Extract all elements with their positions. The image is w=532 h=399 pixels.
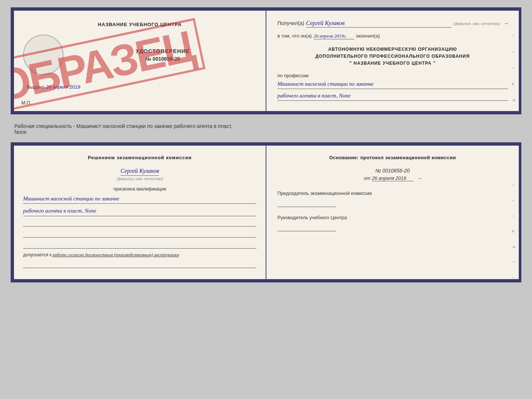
middle-text-block: Рабочая специальность - Машинист насосно…	[12, 120, 520, 136]
bottom-doc-left: Решением экзаменационной комиссии Сергей…	[14, 146, 266, 279]
bottom-document: Решением экзаменационной комиссии Сергей…	[13, 145, 520, 280]
mp-label: М.П.	[21, 100, 31, 106]
bchar3: –	[512, 213, 516, 218]
admitted-value: работе согласно должностным (производств…	[53, 252, 179, 257]
right-side-chars: – – – и ,а ← – – –	[512, 33, 516, 112]
bchar7: –	[512, 275, 516, 279]
recipient-row: Получил(а) Сергей Кулаков (фамилия, имя,…	[277, 20, 508, 28]
director-label: Руководитель учебного Центра	[277, 214, 508, 221]
stamp-area: УДОСТОВЕРЕНИЕ № 0010656-20	[23, 35, 256, 75]
bchar5: ,а	[512, 244, 516, 249]
recipient-name: Сергей Кулаков	[306, 20, 452, 28]
protocol-number: № 0010656-20	[277, 168, 508, 174]
blank-line-3	[23, 241, 256, 249]
profession-line1: Машинист насосной станции по закачке	[277, 80, 508, 89]
bottom-document-outer: Решением экзаменационной комиссии Сергей…	[11, 142, 521, 282]
date-suffix: окончил(а)	[356, 33, 380, 39]
middle-line1: Рабочая специальность - Машинист насосно…	[14, 123, 520, 129]
issued-date: 26 апреля 2019	[46, 84, 80, 90]
decision-title: Решением экзаменационной комиссии	[23, 155, 256, 160]
qualification-line1: Машинист насосной станции по закачке	[23, 195, 256, 204]
org-line2: ДОПОЛНИТЕЛЬНОГО ПРОФЕССИОНАЛЬНОГО ОБРАЗО…	[277, 53, 508, 60]
top-doc-left: НАЗВАНИЕ УЧЕБНОГО ЦЕНТРА УДОСТОВЕРЕНИЕ №…	[14, 11, 266, 111]
date-row: в том, что он(а) 26 апреля 2019г. окончи…	[277, 33, 508, 39]
char1: –	[512, 33, 516, 37]
top-document: НАЗВАНИЕ УЧЕБНОГО ЦЕНТРА УДОСТОВЕРЕНИЕ №…	[13, 10, 520, 112]
org-block: АВТОНОМНУЮ НЕКОММЕРЧЕСКУЮ ОРГАНИЗАЦИЮ ДО…	[277, 46, 508, 67]
profession-label: по профессии	[277, 73, 508, 78]
bchar4: и	[512, 229, 516, 233]
bchar2: –	[512, 198, 516, 202]
chairman-label: Председатель экзаменационной комиссии	[277, 190, 508, 197]
top-doc-right: Получил(а) Сергей Кулаков (фамилия, имя,…	[266, 11, 519, 111]
org-line3: " НАЗВАНИЕ УЧЕБНОГО ЦЕНТРА "	[277, 60, 508, 67]
bottom-doc-right: Основание: протокол экзаменационной коми…	[266, 146, 519, 279]
char4: и	[512, 81, 516, 86]
blank-line-2	[23, 230, 256, 238]
admitted-row: допускается к работе согласно должностны…	[23, 252, 256, 258]
basis-title: Основание: протокол экзаменационной коми…	[277, 155, 508, 160]
middle-line2: None	[14, 129, 520, 135]
profession-line2: рабочего агента в пласт, None	[277, 92, 508, 101]
chairman-sig-line	[277, 200, 336, 207]
char2: –	[512, 49, 516, 53]
date-prefix: в том, что он(а)	[277, 33, 312, 39]
top-document-outer: НАЗВАНИЕ УЧЕБНОГО ЦЕНТРА УДОСТОВЕРЕНИЕ №…	[11, 7, 521, 114]
admitted-prefix: допускается к	[23, 252, 51, 257]
protocol-date: от 26 апреля 2019 –	[277, 175, 508, 181]
bchar6: ←	[512, 260, 516, 264]
right-side-chars-bottom: – – – и ,а ← – – –	[512, 182, 516, 280]
stamp-circle	[23, 35, 64, 75]
date-value: 26 апреля 2019г.	[313, 33, 354, 39]
protocol-date-value: 26 апреля 2019	[372, 175, 413, 181]
director-sig-line	[277, 224, 336, 231]
char5: ,а	[512, 97, 516, 102]
dash1: –	[505, 20, 508, 26]
protocol-date-prefix: от	[364, 175, 371, 181]
char3: –	[512, 65, 516, 70]
person-block: Сергей Кулаков (фамилия, имя, отчество)	[23, 168, 256, 181]
protocol-dash: –	[418, 175, 421, 181]
blank-line-4	[23, 261, 256, 268]
recipient-prefix: Получил(а)	[277, 20, 304, 26]
cert-number: № 0010656-20	[145, 56, 180, 62]
person-name-bottom: Сергей Кулаков	[121, 168, 159, 176]
recipient-hint: (фамилия, имя, отчество)	[453, 22, 500, 26]
assigned-label: присвоена квалификация	[23, 186, 256, 192]
qualification-line2: рабочего агента в пласт, None	[23, 207, 256, 216]
person-hint-bottom: (фамилия, имя, отчество)	[23, 177, 256, 181]
cert-info: УДОСТОВЕРЕНИЕ № 0010656-20	[69, 35, 256, 75]
org-line1: АВТОНОМНУЮ НЕКОММЕРЧЕСКУЮ ОРГАНИЗАЦИЮ	[277, 46, 508, 53]
bchar1: –	[512, 182, 516, 187]
top-center-name: НАЗВАНИЕ УЧЕБНОГО ЦЕНТРА	[98, 22, 181, 27]
cert-title: УДОСТОВЕРЕНИЕ	[136, 48, 190, 54]
issued-prefix: Выдано	[27, 84, 44, 90]
issued-row: Выдано 26 апреля 2019	[23, 84, 256, 90]
blank-line-1	[23, 219, 256, 227]
